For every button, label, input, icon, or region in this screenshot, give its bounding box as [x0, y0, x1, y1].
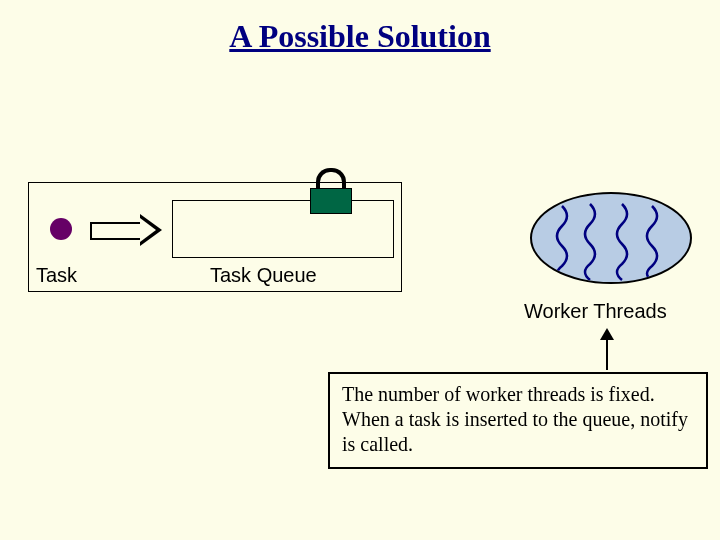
arrow-up-line-icon: [606, 340, 608, 370]
annotation-note: The number of worker threads is fixed. W…: [328, 372, 708, 469]
arrow-up-icon: [600, 328, 614, 340]
arrow-right-icon: [90, 222, 140, 240]
slide-canvas: A Possible Solution Task Task Queue Work…: [0, 0, 720, 540]
task-queue-label: Task Queue: [210, 264, 317, 287]
task-queue-box: [172, 200, 394, 258]
worker-threads-label: Worker Threads: [524, 300, 667, 323]
worker-threads-oval: [530, 192, 692, 284]
task-label: Task: [36, 264, 77, 287]
thread-squiggle-icon: [532, 194, 690, 282]
lock-icon: [310, 188, 352, 214]
task-dot-icon: [50, 218, 72, 240]
arrow-right-head-fill-icon: [140, 218, 156, 242]
slide-title: A Possible Solution: [0, 18, 720, 55]
